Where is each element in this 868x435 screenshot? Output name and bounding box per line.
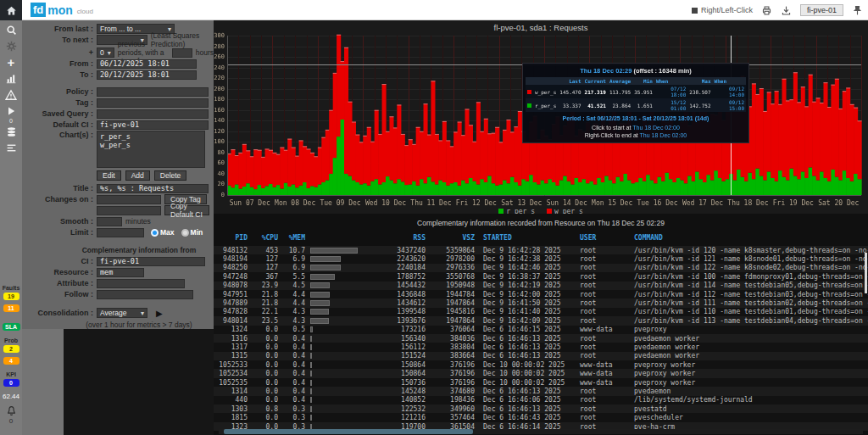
table-row[interactable]: 13160.00.4156340384036Dec 6 16:46:13 202…: [214, 334, 868, 343]
query-panel: From last : From ... to ...▾ To next : ▾…: [22, 20, 214, 329]
policy-label: Policy :: [22, 87, 97, 96]
add-button[interactable]: Add: [125, 170, 150, 181]
periods-select[interactable]: 0▾: [97, 47, 114, 58]
topbar: fd mon cloud Right/Left-Click fi-pve-01: [0, 0, 868, 20]
resource-input[interactable]: [97, 268, 144, 277]
add-icon[interactable]: +: [5, 56, 18, 69]
download-icon[interactable]: [781, 5, 792, 16]
chart-tooltip: Thu 18 Dec 02:29 (offset : 16348 min) La…: [522, 63, 749, 143]
chart-list-item[interactable]: r_per_s: [100, 132, 202, 141]
limit-min-radio[interactable]: [181, 229, 189, 237]
smooth-input[interactable]: [97, 217, 122, 226]
run-query-icon[interactable]: ▶: [156, 309, 163, 318]
app-logo[interactable]: fd mon cloud: [31, 3, 93, 17]
table-row[interactable]: 13240.00.5173216376064Dec 6 16:46:15 202…: [214, 326, 868, 334]
tooltip-series-row: w_per_s145.470217.319113.79535.95107/12 …: [526, 85, 746, 98]
chart-list-item[interactable]: w_per_s: [100, 141, 202, 149]
consolidation-select[interactable]: Average▾: [97, 308, 147, 318]
charts-icon[interactable]: [5, 72, 18, 85]
db-icon[interactable]: [5, 125, 18, 138]
default-ci-label: Default CI :: [22, 120, 97, 129]
table-row[interactable]: 4400.00.4140852198436Dec 6 16:46:06 2025…: [214, 396, 868, 404]
tooltip-stats-table: LastCurrent AverageMin WhenMax When w_pe…: [526, 77, 746, 112]
tag-input[interactable]: [97, 98, 209, 108]
prob-warning-badge[interactable]: 2: [3, 345, 19, 353]
delete-button[interactable]: Delete: [154, 170, 187, 181]
default-ci-input[interactable]: [97, 120, 209, 130]
click-start-time: Thu 18 Dec 02:00: [632, 125, 680, 131]
horizontal-scrollbar-thumb[interactable]: [224, 429, 473, 434]
ci-chip[interactable]: fi-pve-01: [800, 4, 843, 16]
copy-default-ci-button[interactable]: Copy Default CI: [164, 205, 209, 215]
table-row[interactable]: 10525330.00.4150864376196Dec 10 00:00:02…: [214, 360, 868, 369]
table-row[interactable]: 9482501276.922401842976336Dec 9 16:42:46…: [214, 264, 868, 272]
table-row[interactable]: 94813245310.734372405359864Dec 9 16:42:2…: [214, 246, 868, 254]
bell-icon[interactable]: [6, 405, 17, 416]
from-date-input[interactable]: [97, 59, 197, 69]
table-row[interactable]: 13150.00.4151524383664Dec 6 16:46:13 202…: [214, 352, 868, 360]
consolidation-label: Consolidation :: [22, 309, 97, 317]
table-row[interactable]: 13030.80.3122532349960Dec 6 16:46:13 202…: [214, 404, 868, 413]
sla-badge[interactable]: SLA: [3, 323, 20, 331]
to-date-input[interactable]: [97, 70, 197, 80]
follow-input[interactable]: [97, 290, 193, 299]
consolidation-hint: (over 1 hour for metrics > 7 days): [22, 321, 214, 329]
tooltip-time: Thu 18 Dec 02:29: [580, 67, 632, 75]
mem-usage-bar: [310, 248, 358, 254]
limit-max-radio[interactable]: [151, 229, 159, 237]
table-row[interactable]: 13140.00.4145248374680Dec 6 16:46:13 202…: [214, 387, 868, 395]
edit-button[interactable]: Edit: [97, 170, 121, 181]
table-row[interactable]: 9472483675.517887523550768Dec 9 16:38:37…: [214, 272, 868, 281]
kpi-badge[interactable]: 0: [3, 379, 19, 387]
mem-usage-bar: [310, 265, 341, 270]
series-swatch-icon: [527, 90, 531, 94]
table-row[interactable]: 94801423.54.313936761947864Dec 9 16:42:0…: [214, 316, 868, 325]
click-end-time: Thu 18 Dec 02:00: [640, 132, 687, 138]
limit-input[interactable]: [97, 228, 144, 237]
table-row[interactable]: 10525340.00.4150864376196Dec 10 00:00:02…: [214, 369, 868, 377]
minutes-label: minutes: [125, 217, 151, 226]
table-row[interactable]: 13170.00.4156112383804Dec 6 16:46:13 202…: [214, 343, 868, 351]
alerts-icon[interactable]: [5, 88, 18, 101]
changes-on-input[interactable]: [97, 195, 161, 204]
mem-usage-bar: [310, 309, 329, 315]
print-icon[interactable]: [761, 5, 772, 16]
table-row[interactable]: 18150.00.3121216357464Dec 6 16:46:43 202…: [214, 413, 868, 421]
logs-icon[interactable]: [5, 142, 18, 154]
changes-on-input-2[interactable]: [97, 206, 161, 215]
table-row[interactable]: 94788921.84.414346121947864Dec 9 16:41:5…: [214, 298, 868, 307]
title-input[interactable]: [97, 184, 209, 193]
chevron-down-icon: ▾: [141, 310, 144, 317]
search-icon[interactable]: [5, 24, 18, 36]
tooltip-offset: (offset : 16348 min): [634, 67, 692, 75]
home-button[interactable]: [0, 0, 22, 20]
table-row[interactable]: 94795121.84.414368481944784Dec 9 16:42:0…: [214, 290, 868, 298]
charts-listbox[interactable]: r_per_s w_per_s: [97, 131, 205, 168]
table-row[interactable]: 94807823.94.514544321950948Dec 9 16:42:1…: [214, 282, 868, 290]
faults-minor-badge[interactable]: 11: [3, 304, 19, 312]
gear-icon[interactable]: [5, 40, 18, 53]
step-input[interactable]: [172, 48, 192, 58]
score-value: 62.44: [3, 393, 19, 400]
pin-icon[interactable]: [852, 5, 863, 16]
saved-query-input[interactable]: [97, 109, 209, 119]
faults-warning-badge[interactable]: 19: [3, 293, 19, 300]
charts-label: Chart(s) :: [22, 131, 97, 168]
table-row[interactable]: 10525350.00.4150736376196Dec 10 00:00:02…: [214, 378, 868, 387]
play-icon[interactable]: [5, 104, 18, 117]
horizontal-scrollbar[interactable]: [219, 429, 863, 434]
prob-minor-badge[interactable]: 4: [3, 357, 19, 365]
mem-usage-bar: [310, 415, 312, 421]
chevron-down-icon: ▾: [108, 49, 111, 57]
policy-input[interactable]: [97, 87, 209, 97]
table-row[interactable]: 9481941276.922436202978200Dec 9 16:42:38…: [214, 254, 868, 263]
ci-input[interactable]: [97, 257, 205, 266]
changes-on-label: Changes on :: [22, 195, 97, 204]
attribute-input[interactable]: [97, 279, 185, 288]
table-row[interactable]: 94782822.14.313995481945816Dec 9 16:41:4…: [214, 308, 868, 316]
screen-mode-icon[interactable]: [692, 8, 698, 14]
tag-label: Tag :: [22, 98, 97, 107]
process-table-header: PID %CPU %MEM RSS VSZ STARTED USER COMMA…: [214, 234, 868, 242]
click-end-hint: Right-Click to end at: [585, 132, 638, 138]
vertical-scrollbar-thumb[interactable]: [865, 253, 867, 293]
